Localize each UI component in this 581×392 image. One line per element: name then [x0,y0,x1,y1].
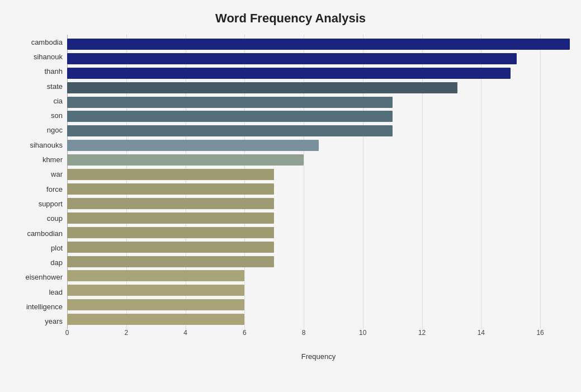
chart-container: Word Frequency Analysis cambodiasihanouk… [0,0,581,392]
bar [67,140,319,151]
bar-row [67,124,570,138]
x-tick-label: 12 [418,329,426,337]
y-label: sihanouks [30,141,63,149]
x-axis-label: Frequency [67,352,570,361]
bars-section [67,35,570,329]
x-tick-label: 0 [65,329,69,337]
bar [67,256,274,267]
x-tick-label: 4 [183,329,187,337]
bar [67,183,274,195]
bar [67,111,393,122]
y-label: ngoc [47,126,63,134]
bar [67,169,274,180]
bar-row [67,312,570,327]
y-label: thanh [44,68,63,75]
bar-row [67,81,570,95]
y-label: cia [53,97,63,105]
y-label: years [45,318,63,325]
bar [67,97,393,108]
bar [67,53,517,64]
y-label: coup [47,215,63,222]
bar-row [67,66,570,81]
bars-wrapper [67,35,570,329]
bar [67,68,511,79]
bar [67,242,274,253]
bar [67,212,274,224]
grid-and-bars [67,35,570,329]
y-label: lead [49,289,63,296]
bar [67,154,304,166]
x-tick-label: 8 [302,329,306,337]
y-label: support [39,200,63,207]
x-tick-label: 10 [359,329,366,337]
bar [67,39,570,50]
y-label: eisenhower [26,273,63,281]
bar-row [67,240,570,254]
x-tick-label: 14 [478,329,485,337]
bar [67,227,274,238]
bar-row [67,37,570,51]
y-axis-labels: cambodiasihanoukthanhstateciasonngocsiha… [11,35,67,329]
y-label: sihanouk [34,53,63,60]
y-label: intelligence [26,303,63,310]
y-label: state [47,83,63,90]
bar-row [67,182,570,196]
bar-row [67,138,570,153]
bar [67,125,393,136]
bar-row [67,283,570,297]
y-label: force [46,186,63,193]
y-label: cambodian [27,230,63,237]
y-label: plot [51,244,63,252]
bar-row [67,153,570,167]
bar [67,285,244,296]
bar-row [67,269,570,284]
bar [67,314,244,325]
bar-row [67,167,570,182]
bar-row [67,196,570,211]
x-tick-label: 16 [536,329,544,337]
bar-row [67,110,570,124]
y-label: war [51,171,63,178]
bar [67,270,244,281]
y-label: son [51,112,63,119]
bar [67,198,274,209]
y-label: dap [50,259,63,266]
y-label: khmer [42,156,63,163]
x-axis: 0246810121416 Frequency [67,329,570,361]
bar-row [67,51,570,66]
x-tick-label: 2 [124,329,128,337]
bar-row [67,254,570,269]
bar-row [67,211,570,225]
bar [67,82,457,93]
y-label: cambodia [31,39,63,46]
x-tick-label: 6 [243,329,247,337]
bar-row [67,225,570,240]
bar-row [67,297,570,312]
chart-title: Word Frequency Analysis [11,11,570,26]
bar [67,299,244,310]
x-ticks-container: 0246810121416 [67,329,570,340]
bar-row [67,95,570,110]
